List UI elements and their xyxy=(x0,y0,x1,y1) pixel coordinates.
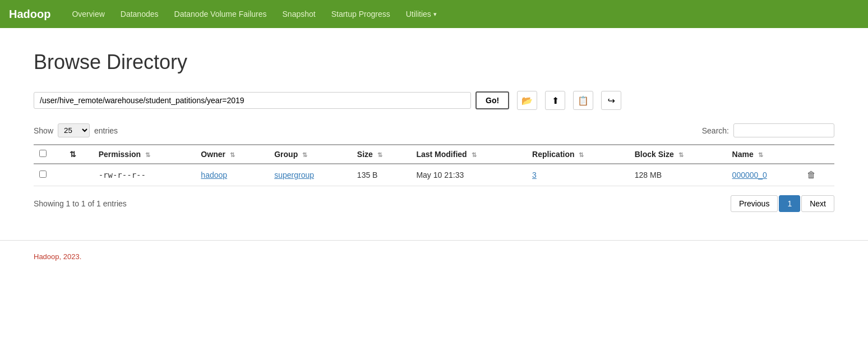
directory-table: ⇅ Permission ⇅ Owner ⇅ Group ⇅ Size ⇅ xyxy=(34,144,834,186)
upload-icon: ⬆ xyxy=(552,95,559,106)
navbar: Hadoop Overview Datanodes Datanode Volum… xyxy=(0,0,868,28)
table-controls: Show 10 25 50 100 entries Search: xyxy=(34,123,834,137)
row-group[interactable]: supergroup xyxy=(269,164,352,186)
go-button[interactable]: Go! xyxy=(475,91,509,109)
group-link[interactable]: supergroup xyxy=(274,171,314,179)
footer: Hadoop, 2023. xyxy=(0,240,868,272)
pagination: Previous 1 Next xyxy=(731,195,834,212)
showing-text: Showing 1 to 1 of 1 entries xyxy=(34,199,127,208)
previous-button[interactable]: Previous xyxy=(731,195,778,212)
col-name[interactable]: Name ⇅ xyxy=(727,145,802,164)
replication-link[interactable]: 3 xyxy=(532,171,537,179)
nav-utilities[interactable]: Utilities ▾ xyxy=(398,0,445,28)
sort-arrows-name: ⇅ xyxy=(758,151,763,158)
copy-icon: ↩ xyxy=(608,95,615,106)
nav-datanode-volume-failures[interactable]: Datanode Volume Failures xyxy=(167,0,275,28)
col-size[interactable]: Size ⇅ xyxy=(352,145,411,164)
table-row: -rw-r--r-- hadoop supergroup 135 B May 1… xyxy=(34,164,834,186)
sort-arrows-block-size: ⇅ xyxy=(678,151,684,158)
pagination-area: Showing 1 to 1 of 1 entries Previous 1 N… xyxy=(34,195,834,212)
show-label: Show xyxy=(34,126,53,135)
main-content: Browse Directory Go! 📂 ⬆ 📋 ↩ Show 10 25 … xyxy=(0,28,868,229)
sort-arrows-last-modified: ⇅ xyxy=(472,151,477,158)
row-replication[interactable]: 3 xyxy=(527,164,629,186)
page-title: Browse Directory xyxy=(34,50,834,74)
list-icon: 📋 xyxy=(578,95,589,106)
path-input[interactable] xyxy=(34,92,471,109)
nav-startup-progress[interactable]: Startup Progress xyxy=(324,0,398,28)
brand-logo[interactable]: Hadoop xyxy=(9,8,50,21)
sort-arrows-replication: ⇅ xyxy=(579,151,584,158)
sort-icon: ⇅ xyxy=(70,150,76,159)
list-icon-button[interactable]: 📋 xyxy=(573,91,593,110)
entries-select[interactable]: 10 25 50 100 xyxy=(58,123,90,137)
sort-arrows-owner: ⇅ xyxy=(230,151,235,158)
col-owner[interactable]: Owner ⇅ xyxy=(195,145,269,164)
col-permission[interactable]: Permission ⇅ xyxy=(93,145,196,164)
row-last-modified: May 10 21:33 xyxy=(410,164,527,186)
nav-snapshot[interactable]: Snapshot xyxy=(275,0,324,28)
delete-icon[interactable]: 🗑 xyxy=(807,170,816,179)
table-header-row: ⇅ Permission ⇅ Owner ⇅ Group ⇅ Size ⇅ xyxy=(34,145,834,164)
owner-link[interactable]: hadoop xyxy=(201,171,227,179)
row-sort-cell xyxy=(64,164,93,186)
col-delete xyxy=(801,145,834,164)
col-checkbox xyxy=(34,145,64,164)
row-checkbox[interactable] xyxy=(39,171,47,178)
folder-icon: 📂 xyxy=(521,95,533,106)
footer-text: Hadoop, 2023. xyxy=(34,252,81,261)
sort-arrows-permission: ⇅ xyxy=(145,151,150,158)
sort-arrows-size: ⇅ xyxy=(377,151,382,158)
col-last-modified[interactable]: Last Modified ⇅ xyxy=(410,145,527,164)
col-sort[interactable]: ⇅ xyxy=(64,145,93,164)
row-size: 135 B xyxy=(352,164,411,186)
row-checkbox-cell xyxy=(34,164,64,186)
row-permission: -rw-r--r-- xyxy=(93,164,196,186)
next-button[interactable]: Next xyxy=(801,195,834,212)
row-owner[interactable]: hadoop xyxy=(195,164,269,186)
search-input[interactable] xyxy=(733,123,834,137)
sort-arrows-group: ⇅ xyxy=(302,151,307,158)
row-delete[interactable]: 🗑 xyxy=(801,164,834,186)
search-box: Search: xyxy=(702,123,834,137)
page-1-button[interactable]: 1 xyxy=(779,195,800,212)
col-replication[interactable]: Replication ⇅ xyxy=(527,145,629,164)
search-label: Search: xyxy=(702,126,729,135)
row-block-size: 128 MB xyxy=(629,164,727,186)
upload-icon-button[interactable]: ⬆ xyxy=(545,91,565,110)
path-bar: Go! 📂 ⬆ 📋 ↩ xyxy=(34,91,834,110)
col-group[interactable]: Group ⇅ xyxy=(269,145,352,164)
select-all-checkbox[interactable] xyxy=(39,150,47,157)
row-name[interactable]: 000000_0 xyxy=(727,164,802,186)
chevron-down-icon: ▾ xyxy=(433,0,437,28)
copy-icon-button[interactable]: ↩ xyxy=(601,91,621,110)
entries-label: entries xyxy=(94,126,118,135)
nav-datanodes[interactable]: Datanodes xyxy=(113,0,167,28)
col-block-size[interactable]: Block Size ⇅ xyxy=(629,145,727,164)
name-link[interactable]: 000000_0 xyxy=(732,171,767,179)
nav-utilities-label: Utilities xyxy=(406,0,431,28)
nav-overview[interactable]: Overview xyxy=(64,0,112,28)
show-entries: Show 10 25 50 100 entries xyxy=(34,123,118,137)
folder-icon-button[interactable]: 📂 xyxy=(517,91,537,110)
